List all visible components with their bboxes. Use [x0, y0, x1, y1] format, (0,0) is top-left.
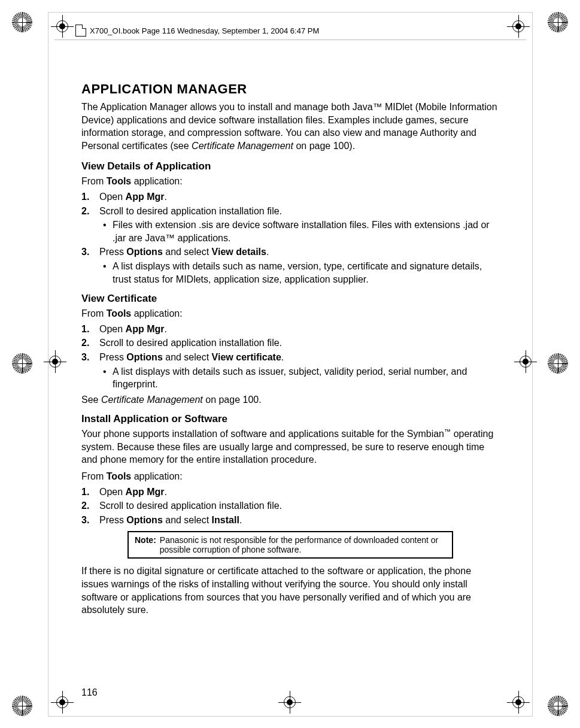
registration-mark-icon — [548, 696, 568, 716]
registration-mark-icon — [12, 696, 32, 716]
page-title: APPLICATION MANAGER — [81, 81, 499, 97]
registration-mark-icon — [548, 353, 568, 374]
page-content: APPLICATION MANAGER The Application Mana… — [81, 81, 499, 620]
step-item: 1.Open App Mgr. — [81, 190, 499, 204]
step-item: 1.Open App Mgr. — [81, 323, 499, 336]
step-item: 1.Open App Mgr. — [81, 486, 499, 499]
crop-mark-icon — [54, 19, 70, 34]
step-item: 3.Press Options and select View certific… — [81, 351, 499, 391]
document-icon — [75, 25, 86, 37]
steps-list: 1.Open App Mgr. 2.Scroll to desired appl… — [81, 486, 499, 527]
step-item: 2.Scroll to desired application installa… — [81, 205, 499, 245]
sub-item: A list displays with details such as nam… — [99, 260, 499, 286]
crop-mark-icon — [518, 354, 533, 369]
crop-mark-icon — [47, 354, 63, 369]
running-head: X700_OI.book Page 116 Wednesday, Septemb… — [75, 25, 319, 37]
registration-mark-icon — [548, 12, 568, 32]
crop-mark-icon — [511, 19, 526, 34]
step-item: 2.Scroll to desired application installa… — [81, 336, 499, 350]
intro-paragraph: The Application Manager allows you to in… — [81, 101, 499, 152]
from-line: From Tools application: — [81, 175, 499, 188]
from-line: From Tools application: — [81, 470, 499, 483]
note-body: Panasonic is not responsible for the per… — [160, 535, 446, 554]
see-also: See Certificate Management on page 100. — [81, 393, 499, 407]
registration-mark-icon — [12, 12, 32, 32]
step-item: 3.Press Options and select Install. — [81, 514, 499, 527]
step-item: 2.Scroll to desired application installa… — [81, 499, 499, 512]
sub-item: Files with extension .sis are device sof… — [99, 219, 499, 244]
registration-mark-icon — [12, 353, 32, 374]
running-head-text: X700_OI.book Page 116 Wednesday, Septemb… — [90, 26, 319, 35]
section-heading: View Certificate — [81, 293, 499, 305]
steps-list: 1.Open App Mgr. 2.Scroll to desired appl… — [81, 190, 499, 286]
step-item: 3.Press Options and select View details.… — [81, 245, 499, 286]
crop-mark-icon — [54, 694, 70, 710]
page-number: 116 — [81, 687, 98, 698]
closing-paragraph: If there is no digital signature or cert… — [81, 565, 499, 616]
crop-mark-icon — [511, 694, 526, 710]
from-line: From Tools application: — [81, 307, 499, 320]
note-box: Note: Panasonic is not responsible for t… — [127, 531, 453, 559]
crop-mark-icon — [282, 694, 297, 710]
header-rule — [54, 40, 526, 40]
sub-item: A list displays with details such as iss… — [99, 365, 499, 391]
section-heading: View Details of Application — [81, 160, 499, 172]
section-paragraph: Your phone supports installation of soft… — [81, 427, 499, 466]
section-heading: Install Application or Software — [81, 413, 499, 425]
steps-list: 1.Open App Mgr. 2.Scroll to desired appl… — [81, 323, 499, 391]
page-frame: X700_OI.book Page 116 Wednesday, Septemb… — [48, 12, 533, 717]
note-label: Note: — [135, 535, 156, 554]
